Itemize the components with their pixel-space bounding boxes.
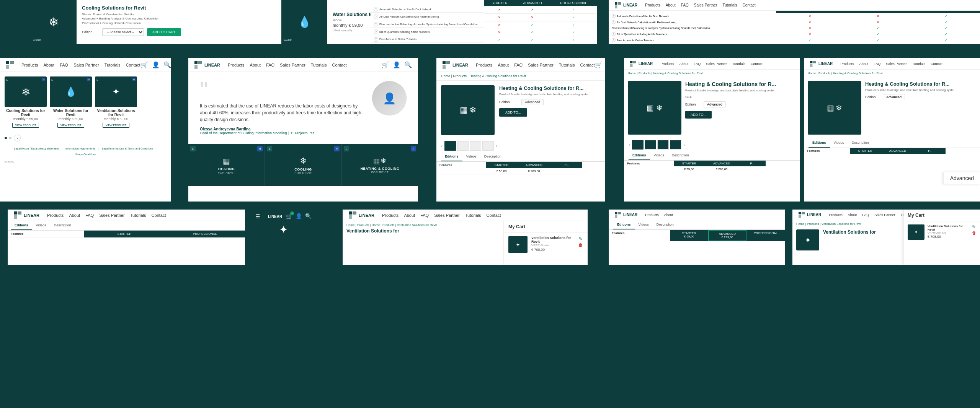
- nav-tutorials-fr[interactable]: Tutorials: [912, 62, 925, 66]
- tab-description-br[interactable]: Description: [653, 220, 678, 229]
- nav-contact-detail[interactable]: Contact: [580, 63, 595, 67]
- thumb-next-arrow[interactable]: ›: [495, 143, 498, 149]
- nav-faq-topright[interactable]: FAQ: [681, 3, 689, 7]
- user-icon-testimonial[interactable]: 👤: [393, 61, 400, 68]
- add-to-cart-btn-hc[interactable]: ADD TO...: [499, 108, 527, 117]
- nav-products-br[interactable]: Products: [645, 213, 659, 217]
- cart-badge-mobile[interactable]: 🛒 1: [286, 213, 292, 220]
- editions-tab-editions[interactable]: Editions: [441, 152, 462, 161]
- nav-sales-fr[interactable]: Sales Partner: [886, 62, 907, 66]
- thumb-prev-mr[interactable]: ‹: [628, 142, 631, 148]
- nav-link-faq[interactable]: FAQ: [60, 63, 68, 67]
- nav-faq-bot[interactable]: FAQ: [85, 213, 94, 218]
- thumb-1-hc[interactable]: [444, 141, 456, 151]
- nav-products-midright[interactable]: Products: [660, 62, 674, 66]
- thumb-2-hc[interactable]: [457, 141, 469, 151]
- nav-tutorials-detail[interactable]: Tutorials: [559, 63, 575, 67]
- nav-faq-fbr[interactable]: FAQ: [862, 213, 869, 217]
- edition-select-cooling[interactable]: -- Please select --: [102, 28, 144, 36]
- footer-usage[interactable]: Usage Conditions: [75, 153, 96, 156]
- thumb2-mr[interactable]: [645, 140, 656, 150]
- tab-description-mr[interactable]: Description: [668, 151, 693, 160]
- breadcrumb-home[interactable]: Home: [441, 74, 450, 78]
- nav-sales-detail[interactable]: Sales Partner: [528, 63, 554, 67]
- tab-videos-fr[interactable]: Videos: [830, 138, 848, 148]
- tab-editions-mr[interactable]: Editions: [629, 151, 650, 160]
- carousel-next-arrow[interactable]: ›: [14, 135, 21, 141]
- nav-link-tutorials[interactable]: Tutorials: [105, 63, 121, 67]
- view-product-btn-water[interactable]: VIEW PRODUCT: [57, 123, 84, 128]
- tab-description-fr[interactable]: Description: [848, 138, 873, 148]
- nav-sales-midright[interactable]: Sales Partner: [706, 62, 727, 66]
- footer-info-req[interactable]: Information requirements: [65, 147, 95, 150]
- carousel-dot-2[interactable]: [9, 137, 11, 139]
- nav-about-midright[interactable]: About: [679, 62, 689, 66]
- nav-contact-midright[interactable]: Contact: [751, 62, 763, 66]
- nav-sales-ventilation[interactable]: Sales Partner: [434, 213, 460, 218]
- hamburger-icon[interactable]: ☰: [255, 213, 260, 219]
- nav-about-ventilation[interactable]: About: [404, 213, 415, 218]
- thumb3-mr[interactable]: [657, 140, 669, 150]
- nav-about-bot[interactable]: About: [69, 213, 80, 218]
- nav-products-topright[interactable]: Products: [645, 3, 660, 7]
- thumb-3-hc[interactable]: [470, 141, 481, 151]
- nav-faq-detail[interactable]: FAQ: [514, 63, 523, 67]
- thumb4-mr[interactable]: [670, 140, 681, 150]
- nav-faq-fr[interactable]: FAQ: [874, 62, 880, 66]
- nav-faq-ventilation[interactable]: FAQ: [420, 213, 429, 218]
- nav-faq-midright[interactable]: FAQ: [694, 62, 701, 66]
- cart-delete-fbr[interactable]: 🗑: [972, 231, 976, 235]
- search-icon-testimonial[interactable]: 🔍: [404, 61, 412, 68]
- nav-contact-bot[interactable]: Contact: [152, 213, 166, 218]
- nav-about-fr[interactable]: About: [859, 62, 869, 66]
- nav-about-fbr[interactable]: About: [848, 213, 857, 217]
- cart-icon-detail[interactable]: 🛒: [595, 61, 603, 68]
- footer-legal-info[interactable]: Legal Informations & Terms and Condition…: [102, 147, 154, 150]
- nav-tutorials-testimonial[interactable]: Tutorials: [311, 63, 327, 67]
- bc-home-fr[interactable]: Home: [808, 72, 816, 75]
- cart-icon-testimonial[interactable]: 🛒: [381, 61, 389, 68]
- thumb-next-mr[interactable]: ›: [683, 142, 686, 148]
- nav-sales-topright[interactable]: Sales Partner: [694, 3, 717, 7]
- editions-tab-bot-description[interactable]: Description: [50, 221, 75, 230]
- carousel-dot-1[interactable]: [5, 137, 7, 139]
- add-to-cart-button-cooling[interactable]: ADD TO CART: [147, 28, 181, 36]
- cart-icon[interactable]: 🛒: [140, 61, 148, 68]
- nav-tutorials-midright[interactable]: Tutorials: [732, 62, 745, 66]
- breadcrumb-home-vent[interactable]: Home: [346, 223, 354, 227]
- nav-products-fbr[interactable]: Products: [829, 213, 843, 217]
- editions-tab-bot-editions[interactable]: Editions: [11, 221, 32, 230]
- thumb1-mr[interactable]: [632, 140, 644, 150]
- user-icon-mobile[interactable]: 👤: [296, 213, 302, 220]
- tab-editions-fr[interactable]: Editions: [808, 138, 830, 148]
- nav-sales-testimonial[interactable]: Sales Partner: [280, 63, 305, 67]
- nav-link-sales[interactable]: Sales Partner: [74, 63, 99, 67]
- bc-products-mr[interactable]: Products: [639, 72, 651, 75]
- breadcrumb-products-vent[interactable]: Products: [357, 223, 369, 227]
- tab-editions-br[interactable]: Editions: [613, 220, 635, 229]
- editions-tab-description[interactable]: Description: [480, 152, 505, 161]
- footer-legal-notice[interactable]: Legal Notice / Data privacy statement: [14, 147, 59, 150]
- bc-home-fbr[interactable]: Home: [796, 222, 804, 226]
- thumb-prev-arrow[interactable]: ‹: [440, 143, 443, 149]
- nav-about-topright[interactable]: About: [666, 3, 676, 7]
- nav-contact-testimonial[interactable]: Contact: [332, 63, 347, 67]
- search-icon-mobile[interactable]: 🔍: [305, 213, 312, 220]
- nav-contact-ventilation[interactable]: Contact: [487, 213, 501, 218]
- editions-tab-bot-videos[interactable]: Videos: [32, 221, 50, 230]
- view-product-btn-cooling[interactable]: VIEW PRODUCT: [12, 123, 39, 128]
- nav-contact-fr[interactable]: Contact: [931, 62, 942, 66]
- nav-faq-testimonial[interactable]: FAQ: [266, 63, 274, 67]
- nav-about-br[interactable]: About: [664, 213, 673, 217]
- nav-products-ventilation[interactable]: Products: [382, 213, 399, 218]
- nav-link-contact[interactable]: Contact: [126, 63, 140, 67]
- nav-products-detail[interactable]: Products: [476, 63, 492, 67]
- cart-delete-icon[interactable]: 🗑: [578, 242, 583, 248]
- nav-tutorials-bot[interactable]: Tutorials: [130, 213, 146, 218]
- bc-products-fbr[interactable]: Products: [807, 222, 819, 226]
- nav-link-products[interactable]: Products: [21, 63, 38, 67]
- nav-contact-topright[interactable]: Contact: [742, 3, 755, 7]
- thumb-4-hc[interactable]: [482, 141, 494, 151]
- breadcrumb-products[interactable]: Products: [453, 74, 467, 78]
- cart-edit-fbr[interactable]: ✎: [972, 224, 976, 229]
